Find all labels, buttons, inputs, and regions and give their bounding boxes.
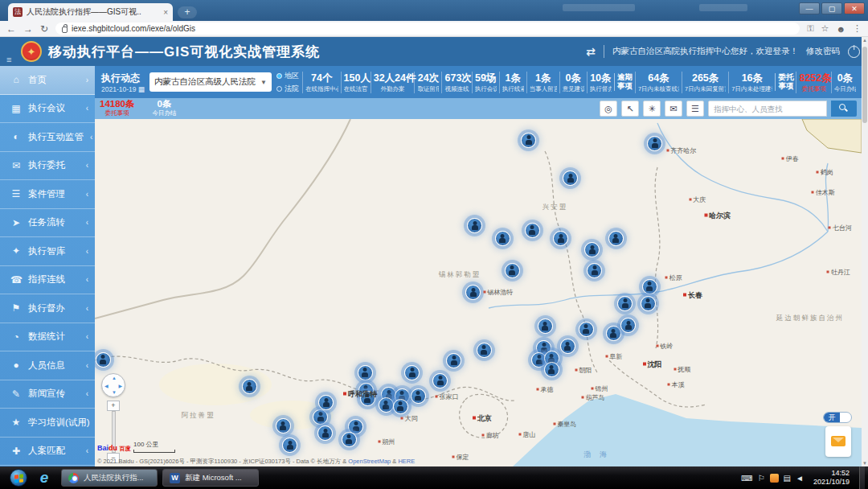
- map-pan-control[interactable]: ▲▼◀▶: [101, 373, 125, 397]
- logout-power-icon[interactable]: [848, 46, 860, 58]
- change-password-link[interactable]: 修改密码: [806, 46, 840, 57]
- stat-在线指挥中心[interactable]: 74个在线指挥中心: [302, 72, 341, 93]
- sidebar-item-执行智库[interactable]: ✦执行智库‹: [0, 237, 95, 266]
- map-marker[interactable]: [544, 362, 559, 377]
- url-text[interactable]: iexe.shgbitcloud.com/iexe/a/oldGis: [72, 24, 195, 33]
- stat-执行督办[interactable]: 10条执行督办: [587, 72, 614, 93]
- map-marker[interactable]: [342, 432, 357, 447]
- sidebar-item-执行会议[interactable]: ▦执行会议‹: [0, 95, 95, 124]
- sidebar-item-执行委托[interactable]: ✉执行委托‹: [0, 152, 95, 181]
- calendar-icon[interactable]: ▦: [138, 85, 145, 93]
- forward-button[interactable]: →: [23, 24, 33, 34]
- start-button[interactable]: [10, 469, 27, 487]
- sidebar-item-指挥连线[interactable]: ☎指挥连线‹: [0, 266, 95, 295]
- map-marker[interactable]: [495, 231, 510, 246]
- taskbar-clock[interactable]: 14:52 2021/10/19: [813, 469, 850, 487]
- search-button[interactable]: [831, 101, 857, 117]
- select-icon[interactable]: ↖: [621, 101, 639, 117]
- stat-委托事项[interactable]: 8252条委托事项: [796, 72, 830, 93]
- here-link[interactable]: HERE: [398, 458, 415, 465]
- internet-explorer-icon[interactable]: e: [32, 469, 56, 487]
- display-icon[interactable]: ▤: [784, 474, 791, 483]
- stat-意见建议[interactable]: 0条意见建议: [559, 72, 587, 93]
- scrollbar-thumb[interactable]: [862, 47, 867, 123]
- map-marker[interactable]: [560, 339, 575, 354]
- radio-unselected-icon[interactable]: [276, 86, 282, 92]
- map-marker[interactable]: [579, 322, 594, 337]
- map-marker[interactable]: [96, 352, 111, 368]
- map-marker[interactable]: [587, 263, 602, 278]
- stat-在线法官[interactable]: 150人在线法官: [341, 72, 371, 93]
- stat-外勤办案[interactable]: 32人24件外勤办案: [371, 72, 415, 93]
- hamburger-menu-icon[interactable]: ≡: [6, 55, 11, 64]
- map-marker[interactable]: [521, 133, 536, 148]
- date-picker[interactable]: 2021-10-19 ▦: [101, 85, 145, 93]
- map-marker[interactable]: [242, 379, 257, 394]
- radio-region[interactable]: 地区: [276, 71, 299, 81]
- map-marker[interactable]: [358, 365, 373, 380]
- layers-icon[interactable]: ☰: [686, 101, 704, 117]
- sidebar-item-执行互动监管[interactable]: ◐执行互动监管‹: [0, 123, 95, 152]
- map-marker[interactable]: [379, 397, 394, 413]
- volume-icon[interactable]: ◄: [796, 474, 804, 483]
- map-marker[interactable]: [608, 231, 624, 246]
- message-icon[interactable]: ✉: [665, 101, 682, 117]
- map-marker[interactable]: [525, 223, 540, 238]
- locate-icon[interactable]: ◎: [600, 101, 617, 117]
- search-input[interactable]: [708, 101, 827, 117]
- tab-close-icon[interactable]: ×: [163, 8, 168, 17]
- sidebar-item-人案匹配[interactable]: ✚人案匹配‹: [0, 438, 95, 466]
- sidebar-item-学习培训(试用)[interactable]: ★学习培训(试用)‹: [0, 409, 95, 438]
- cluster-icon[interactable]: ✳: [643, 101, 661, 117]
- map-marker[interactable]: [505, 263, 520, 278]
- map-marker[interactable]: [642, 279, 657, 294]
- sidebar-item-案件管理[interactable]: ☰案件管理‹: [0, 180, 95, 209]
- security-icon[interactable]: [770, 474, 779, 483]
- sidebar-item-执行督办[interactable]: ⚑执行督办‹: [0, 294, 95, 323]
- maximize-button[interactable]: ▢: [821, 2, 842, 14]
- stat-执行会议[interactable]: 59场执行会议: [472, 72, 499, 93]
- stat-7日内未处理建议[interactable]: 16条7日内未处理建议: [728, 72, 775, 93]
- switch-system-icon[interactable]: ⇄: [586, 45, 596, 58]
- map-marker[interactable]: [276, 418, 291, 434]
- profile-icon[interactable]: ☻: [836, 24, 845, 34]
- minimize-button[interactable]: —: [799, 2, 820, 14]
- browser-menu-icon[interactable]: ⋮: [853, 23, 862, 34]
- taskbar-task-word[interactable]: W新建 Microsoft ...: [162, 469, 259, 487]
- refresh-button[interactable]: ↻: [40, 24, 48, 34]
- close-button[interactable]: ✕: [844, 2, 865, 14]
- browser-tab[interactable]: 法 人民法院执行指挥——GIS可视.. ×: [8, 3, 173, 21]
- scroll-up-icon[interactable]: ▲: [862, 38, 868, 43]
- page-scrollbar[interactable]: ▲ ▼: [862, 37, 868, 466]
- back-button[interactable]: ←: [6, 24, 16, 34]
- map-marker[interactable]: [606, 326, 621, 341]
- sidebar-item-数据统计[interactable]: ◔数据统计‹: [0, 323, 95, 352]
- show-desktop-button[interactable]: [859, 466, 865, 489]
- map-marker[interactable]: [641, 296, 656, 311]
- envelope-icon[interactable]: [831, 436, 845, 446]
- map-marker[interactable]: [393, 399, 408, 414]
- scroll-down-icon[interactable]: ▼: [862, 461, 868, 466]
- taskbar-task-chrome[interactable]: 人民法院执行指...: [61, 469, 158, 487]
- map-marker[interactable]: [538, 318, 553, 334]
- zoom-in-button[interactable]: +: [107, 401, 120, 411]
- map-canvas[interactable]: 齐齐哈尔伊春鹤岗佳木斯大庆哈尔滨七台河牡丹江松原长春延边朝鲜族自治州兴安盟锡林郭…: [95, 119, 862, 466]
- bookmark-star-icon[interactable]: ☆: [821, 23, 829, 34]
- sidebar-item-人员信息[interactable]: ●人员信息‹: [0, 351, 95, 380]
- stat-今日办结[interactable]: 0条今日办结: [152, 100, 176, 117]
- flag-icon[interactable]: ⚐: [758, 474, 765, 483]
- osm-link[interactable]: OpenStreetMap: [348, 458, 391, 465]
- stat-取证留痕[interactable]: 24次取证留痕: [414, 72, 441, 93]
- key-icon[interactable]: ⚿: [807, 23, 813, 34]
- stat-今日办结[interactable]: 0条今日办结: [831, 72, 858, 93]
- new-tab-button[interactable]: +: [178, 6, 197, 18]
- stat-执行线索[interactable]: 1条执行线索: [499, 72, 526, 93]
- panel-toggle[interactable]: 开: [823, 412, 852, 423]
- court-select-dropdown[interactable]: 内蒙古自治区高级人民法院 ▼: [149, 72, 272, 92]
- url-box[interactable]: iexe.shgbitcloud.com/iexe/a/oldGis: [55, 23, 800, 35]
- sidebar-item-新闻宣传[interactable]: ✎新闻宣传‹: [0, 380, 95, 409]
- stat-7日内未核查线索[interactable]: 64条7日内未核查线索: [635, 72, 682, 93]
- map-marker[interactable]: [477, 343, 492, 358]
- message-panel[interactable]: [825, 426, 851, 457]
- map-marker[interactable]: [411, 388, 426, 404]
